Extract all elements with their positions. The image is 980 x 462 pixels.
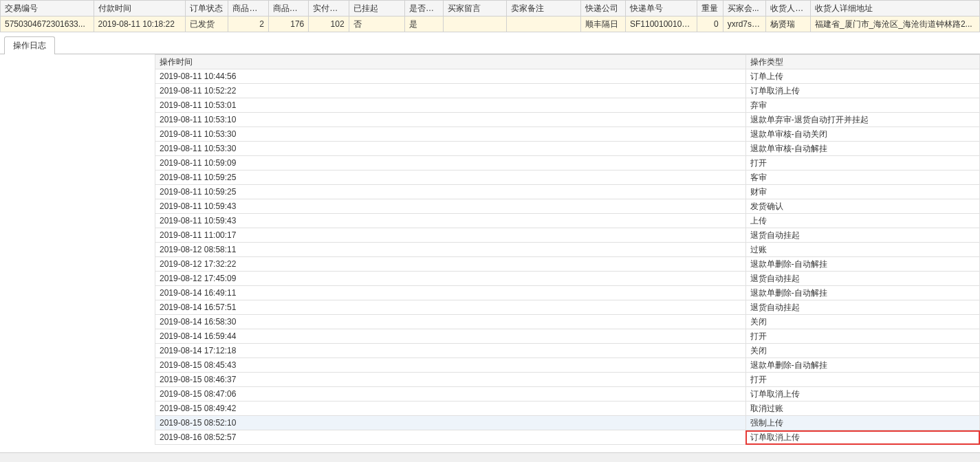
log-cell-time[interactable]: 2019-08-15 08:46:37 — [155, 373, 746, 387]
order-header-cell[interactable]: 快递公司 — [581, 1, 626, 16]
log-cell-type[interactable]: 财审 — [745, 185, 979, 199]
log-cell-time[interactable]: 2019-08-14 17:12:18 — [155, 344, 746, 358]
log-cell-type[interactable]: 订单取消上传 — [745, 387, 979, 402]
log-cell-time[interactable]: 2019-08-15 08:47:06 — [155, 387, 746, 402]
log-cell-type[interactable]: 订单上传 — [745, 69, 979, 84]
log-cell-type[interactable]: 退款单删除-自动解挂 — [745, 358, 979, 373]
log-row[interactable]: 2019-08-11 10:59:25财审 — [155, 185, 980, 199]
log-cell-type[interactable]: 关闭 — [745, 344, 979, 358]
order-header-cell[interactable]: 卖家备注 — [506, 1, 580, 16]
cell-express-co[interactable]: 顺丰隔日 — [581, 16, 626, 32]
log-cell-time[interactable]: 2019-08-11 10:59:09 — [155, 156, 746, 170]
cell-seller-note[interactable] — [506, 16, 580, 32]
cell-express-no[interactable]: SF1100100100... — [625, 16, 697, 32]
cell-suspended[interactable]: 否 — [349, 16, 404, 32]
log-row[interactable]: 2019-08-11 10:53:01弃审 — [155, 98, 980, 113]
log-row[interactable]: 2019-08-11 10:59:25客审 — [155, 170, 980, 185]
log-row[interactable]: 2019-08-14 16:49:11退款单删除-自动解挂 — [155, 286, 980, 300]
log-row[interactable]: 2019-08-11 10:59:43发货确认 — [155, 199, 980, 214]
log-cell-type[interactable]: 强制上传 — [745, 416, 979, 430]
log-row[interactable]: 2019-08-15 08:49:42取消过账 — [155, 402, 980, 416]
tab-operation-log[interactable]: 操作日志 — [4, 36, 55, 54]
log-cell-time[interactable]: 2019-08-14 16:49:11 — [155, 286, 746, 300]
log-cell-type[interactable]: 发货确认 — [745, 199, 979, 214]
cell-buyer-msg[interactable] — [444, 16, 507, 32]
log-row[interactable]: 2019-08-16 08:52:57订单取消上传 — [155, 430, 980, 445]
log-cell-type[interactable]: 弃审 — [745, 98, 979, 113]
log-cell-time[interactable]: 2019-08-14 16:57:51 — [155, 300, 746, 315]
cell-trade-no[interactable]: 5750304672301633... — [1, 16, 94, 32]
log-row[interactable]: 2019-08-11 10:44:56订单上传 — [155, 69, 980, 84]
log-cell-time[interactable]: 2019-08-14 16:59:44 — [155, 329, 746, 344]
log-cell-type[interactable]: 取消过账 — [745, 402, 979, 416]
log-cell-time[interactable]: 2019-08-11 10:53:30 — [155, 127, 746, 142]
log-row[interactable]: 2019-08-14 16:59:44打开 — [155, 329, 980, 344]
log-row[interactable]: 2019-08-11 10:52:22订单取消上传 — [155, 84, 980, 98]
log-row[interactable]: 2019-08-12 17:45:09退货自动挂起 — [155, 272, 980, 286]
log-cell-type[interactable]: 打开 — [745, 156, 979, 170]
order-header-cell[interactable]: 收货人姓名 — [766, 1, 811, 16]
cell-goods-amount[interactable]: 176 — [268, 16, 308, 32]
order-header-cell[interactable]: 商品数量 — [228, 1, 268, 16]
log-cell-type[interactable]: 订单取消上传 — [745, 84, 979, 98]
log-cell-time[interactable]: 2019-08-11 10:53:30 — [155, 142, 746, 156]
log-cell-time[interactable]: 2019-08-14 16:58:30 — [155, 315, 746, 329]
log-cell-time[interactable]: 2019-08-11 11:00:17 — [155, 228, 746, 243]
log-cell-type[interactable]: 退款单弃审-退货自动打开并挂起 — [745, 113, 979, 127]
order-header-cell[interactable]: 已挂起 — [349, 1, 404, 16]
log-header-time[interactable]: 操作时间 — [155, 55, 746, 69]
log-cell-type[interactable]: 打开 — [745, 373, 979, 387]
log-cell-time[interactable]: 2019-08-15 08:45:43 — [155, 358, 746, 373]
log-cell-type[interactable]: 退货自动挂起 — [745, 228, 979, 243]
log-cell-time[interactable]: 2019-08-11 10:59:43 — [155, 199, 746, 214]
log-cell-type[interactable]: 打开 — [745, 329, 979, 344]
cell-recv-name[interactable]: 杨贤瑞 — [766, 16, 811, 32]
order-header-cell[interactable]: 快递单号 — [625, 1, 697, 16]
log-cell-time[interactable]: 2019-08-11 10:52:22 — [155, 84, 746, 98]
log-cell-time[interactable]: 2019-08-11 10:53:10 — [155, 113, 746, 127]
log-row[interactable]: 2019-08-14 16:57:51退货自动挂起 — [155, 300, 980, 315]
log-cell-time[interactable]: 2019-08-11 10:59:43 — [155, 214, 746, 228]
order-header-cell[interactable]: 买家留言 — [444, 1, 507, 16]
log-cell-time[interactable]: 2019-08-12 17:45:09 — [155, 272, 746, 286]
log-cell-time[interactable]: 2019-08-16 08:52:57 — [155, 430, 746, 445]
log-row[interactable]: 2019-08-15 08:52:10强制上传 — [155, 416, 980, 430]
log-cell-type[interactable]: 退款单审核-自动解挂 — [745, 142, 979, 156]
log-cell-type[interactable]: 关闭 — [745, 315, 979, 329]
log-cell-type[interactable]: 退款单审核-自动关闭 — [745, 127, 979, 142]
log-row[interactable]: 2019-08-15 08:45:43退款单删除-自动解挂 — [155, 358, 980, 373]
log-row[interactable]: 2019-08-11 10:59:09打开 — [155, 156, 980, 170]
log-row[interactable]: 2019-08-11 10:53:30退款单审核-自动解挂 — [155, 142, 980, 156]
cell-weight[interactable]: 0 — [697, 16, 723, 32]
log-row[interactable]: 2019-08-14 16:58:30关闭 — [155, 315, 980, 329]
log-row[interactable]: 2019-08-11 11:00:17退货自动挂起 — [155, 228, 980, 243]
log-cell-type[interactable]: 客审 — [745, 170, 979, 185]
log-cell-type[interactable]: 过账 — [745, 243, 979, 257]
log-cell-type[interactable]: 退款单删除-自动解挂 — [745, 257, 979, 272]
order-header-cell[interactable]: 订单状态 — [185, 1, 228, 16]
log-cell-type[interactable]: 退货自动挂起 — [745, 272, 979, 286]
cell-recv-addr[interactable]: 福建省_厦门市_海沧区_海沧街道钟林路2... — [810, 16, 979, 32]
log-cell-time[interactable]: 2019-08-11 10:59:25 — [155, 170, 746, 185]
cell-qty[interactable]: 2 — [228, 16, 268, 32]
log-row[interactable]: 2019-08-15 08:46:37打开 — [155, 373, 980, 387]
log-row[interactable]: 2019-08-12 17:32:22退款单删除-自动解挂 — [155, 257, 980, 272]
horizontal-scrollbar[interactable] — [0, 452, 980, 462]
order-row[interactable]: 5750304672301633... 2019-08-11 10:18:22 … — [1, 16, 980, 32]
log-cell-time[interactable]: 2019-08-11 10:44:56 — [155, 69, 746, 84]
order-header-cell[interactable]: 是否开票 — [404, 1, 443, 16]
log-cell-type[interactable]: 退货自动挂起 — [745, 300, 979, 315]
order-header-cell[interactable]: 买家会... — [723, 1, 766, 16]
log-cell-time[interactable]: 2019-08-15 08:49:42 — [155, 402, 746, 416]
cell-paid-amount[interactable]: 102 — [309, 16, 349, 32]
log-row[interactable]: 2019-08-15 08:47:06订单取消上传 — [155, 387, 980, 402]
log-header-type[interactable]: 操作类型 — [745, 55, 979, 69]
log-row[interactable]: 2019-08-11 10:53:30退款单审核-自动关闭 — [155, 127, 980, 142]
log-cell-time[interactable]: 2019-08-11 10:53:01 — [155, 98, 746, 113]
log-cell-time[interactable]: 2019-08-12 08:58:11 — [155, 243, 746, 257]
log-row[interactable]: 2019-08-11 10:53:10退款单弃审-退货自动打开并挂起 — [155, 113, 980, 127]
order-header-cell[interactable]: 实付金额 — [309, 1, 349, 16]
log-row[interactable]: 2019-08-12 08:58:11过账 — [155, 243, 980, 257]
cell-pay-time[interactable]: 2019-08-11 10:18:22 — [94, 16, 185, 32]
cell-buyer-acct[interactable]: yxrd7s198 — [723, 16, 766, 32]
